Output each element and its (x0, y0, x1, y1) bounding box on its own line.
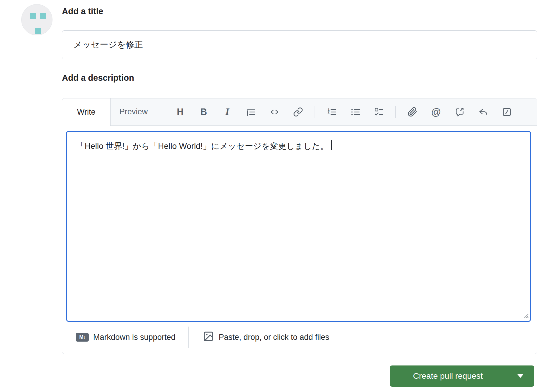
paperclip-icon (407, 107, 417, 117)
avatar-pattern-square (30, 13, 36, 19)
cross-reference-button[interactable] (448, 98, 471, 126)
italic-button[interactable]: I (216, 98, 239, 126)
bold-button[interactable]: B (192, 98, 216, 126)
code-button[interactable] (263, 98, 286, 126)
pr-description-textarea[interactable]: 「Hello 世界!」から「Hello World!」にメッセージを変更しました… (66, 131, 531, 322)
quote-icon (246, 107, 256, 117)
bullet-list-button[interactable] (343, 98, 367, 126)
bold-icon: B (200, 107, 207, 117)
create-pull-request-button[interactable]: Create pull request (390, 365, 506, 387)
markdown-toolbar: H B I (157, 98, 537, 125)
user-avatar (21, 4, 52, 35)
create-pull-request-options-button[interactable] (506, 365, 534, 387)
numbered-list-icon: 1 2 (327, 107, 337, 117)
toolbar-divider (315, 106, 315, 118)
text-cursor (331, 140, 332, 150)
pr-title-input[interactable] (62, 30, 537, 59)
image-icon (203, 330, 214, 344)
code-icon (269, 107, 280, 117)
svg-text:2: 2 (328, 110, 330, 114)
tab-preview[interactable]: Preview (111, 98, 157, 125)
editor-footer: M↓ Markdown is supported Paste, drop, or… (62, 322, 537, 353)
tab-write[interactable]: Write (62, 98, 111, 126)
editor-header: Write Preview H B I (62, 98, 537, 126)
mention-icon: @ (431, 106, 441, 118)
link-button[interactable] (286, 98, 310, 126)
slash-commands-button[interactable] (495, 98, 519, 126)
link-icon (293, 107, 303, 117)
slash-commands-icon (502, 107, 512, 117)
attach-files-label: Paste, drop, or click to add files (219, 333, 329, 342)
chevron-down-icon (517, 374, 523, 378)
italic-icon: I (226, 106, 229, 117)
avatar-pattern-square (35, 28, 41, 34)
add-description-heading: Add a description (62, 73, 134, 83)
bullet-list-icon (350, 107, 360, 117)
description-text: 「Hello 世界!」から「Hello World!」にメッセージを変更しました… (76, 141, 328, 151)
task-list-button[interactable] (367, 98, 391, 126)
attach-files-button[interactable]: Paste, drop, or click to add files (203, 330, 329, 344)
cross-reference-icon (455, 107, 465, 117)
markdown-editor: Write Preview H B I (62, 98, 537, 354)
create-pull-request-split-button: Create pull request (390, 365, 534, 387)
markdown-supported-link[interactable]: M↓ Markdown is supported (76, 333, 175, 342)
quote-button[interactable] (239, 98, 263, 126)
task-list-icon (374, 107, 384, 117)
markdown-supported-label: Markdown is supported (93, 333, 175, 342)
add-title-heading: Add a title (62, 6, 103, 16)
reply-button[interactable] (471, 98, 495, 126)
heading-button[interactable]: H (168, 98, 192, 126)
footer-divider (188, 327, 189, 348)
resize-handle-icon[interactable] (521, 310, 529, 320)
reply-icon (478, 107, 488, 117)
markdown-icon: M↓ (76, 333, 89, 342)
avatar-pattern-square (40, 13, 46, 19)
numbered-list-button[interactable]: 1 2 (320, 98, 343, 126)
mention-button[interactable]: @ (424, 98, 448, 126)
heading-icon: H (177, 107, 183, 117)
attach-file-button[interactable] (401, 98, 424, 126)
toolbar-divider (395, 106, 396, 118)
